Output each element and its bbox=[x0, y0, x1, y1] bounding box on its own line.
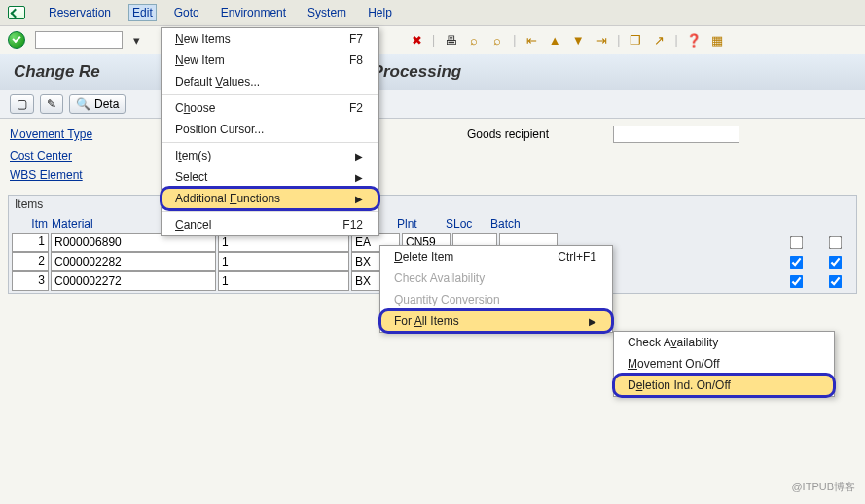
menu-new-items[interactable]: New ItemsF7 bbox=[162, 28, 378, 50]
menu-new-item[interactable]: New ItemF8 bbox=[162, 50, 378, 71]
first-page-icon[interactable]: ⇤ bbox=[522, 30, 541, 50]
cell-itm[interactable]: 1 bbox=[12, 233, 49, 252]
grid-header: Itm Material Quantity in UnE Plnt SLoc B… bbox=[11, 215, 854, 233]
menu-goto[interactable]: Goto bbox=[170, 4, 203, 21]
submenu-check-availability: Check Availability bbox=[380, 268, 612, 289]
menu-select[interactable]: Select▶ bbox=[162, 166, 378, 188]
form-area: Movement Type Goods recipient Cost Cente… bbox=[0, 119, 865, 189]
col-itm: Itm bbox=[11, 217, 52, 231]
create-button[interactable]: ▢ bbox=[10, 94, 34, 114]
menu-default-values[interactable]: Default Values... bbox=[162, 71, 378, 92]
cell-quantity[interactable]: 1 bbox=[218, 271, 349, 291]
details-button[interactable]: 🔍Deta bbox=[69, 94, 126, 114]
cell-material[interactable]: C000002272 bbox=[51, 271, 216, 291]
submenu-fai-check-availability[interactable]: Check Availability bbox=[614, 332, 834, 353]
submenu-fai-deletion-ind-onoff[interactable]: Deletion Ind. On/Off bbox=[614, 375, 834, 396]
dropdown-icon[interactable]: ▾ bbox=[126, 30, 146, 50]
row-check-2[interactable] bbox=[829, 235, 843, 249]
edit-dropdown: New ItemsF7 New ItemF8 Default Values...… bbox=[161, 27, 379, 236]
col-batch: Batch bbox=[490, 217, 549, 231]
row-check-1[interactable] bbox=[790, 255, 804, 269]
submenu-fai-movement-onoff[interactable]: Movement On/Off bbox=[614, 353, 834, 375]
menu-reservation[interactable]: Reservation bbox=[45, 4, 115, 21]
menu-cancel[interactable]: CancelF12 bbox=[162, 214, 378, 235]
cost-center-label: Cost Center bbox=[10, 149, 146, 162]
find-icon[interactable]: ⌕ bbox=[464, 30, 484, 50]
command-field[interactable] bbox=[35, 31, 123, 49]
menu-help[interactable]: Help bbox=[364, 4, 396, 21]
layout-icon[interactable]: ▦ bbox=[707, 30, 727, 50]
print-icon[interactable]: 🖶 bbox=[441, 30, 460, 50]
wbs-element-label: WBS Element bbox=[10, 168, 146, 182]
page-header: Change Rexxxxxxxxxxxxxxxxx16 : Collectiv… bbox=[0, 54, 865, 90]
menu-items[interactable]: Item(s)▶ bbox=[162, 145, 378, 166]
submenu-quantity-conversion: Quantity Conversion bbox=[380, 289, 612, 310]
enter-icon[interactable] bbox=[8, 31, 25, 49]
prev-page-icon[interactable]: ▲ bbox=[545, 30, 564, 50]
menu-edit[interactable]: Edit bbox=[128, 4, 157, 21]
menu-system[interactable]: System bbox=[304, 4, 350, 21]
help-icon[interactable]: ❓ bbox=[684, 30, 703, 50]
new-session-icon[interactable]: ❐ bbox=[626, 30, 645, 50]
menu-environment[interactable]: Environment bbox=[217, 4, 290, 21]
submenu-delete-item[interactable]: Delete ItemCtrl+F1 bbox=[380, 246, 612, 268]
menu-additional-functions[interactable]: Additional Functions▶ bbox=[162, 188, 378, 209]
page-title: Change Rexxxxxxxxxxxxxxxxx16 : Collectiv… bbox=[14, 62, 851, 82]
cell-quantity[interactable]: 1 bbox=[218, 252, 349, 271]
cell-itm[interactable]: 2 bbox=[12, 252, 49, 271]
row-check-1[interactable] bbox=[790, 235, 804, 249]
find-next-icon[interactable]: ⌕ bbox=[487, 30, 507, 50]
app-toolbar: ▢ ✎ 🔍Deta bbox=[0, 90, 865, 119]
goods-recipient-label: Goods recipient bbox=[467, 127, 603, 141]
row-check-1[interactable] bbox=[790, 274, 804, 288]
menu-choose[interactable]: ChooseF2 bbox=[162, 97, 378, 119]
for-all-items-submenu: Check Availability Movement On/Off Delet… bbox=[613, 331, 835, 397]
last-page-icon[interactable]: ⇥ bbox=[592, 30, 611, 50]
movement-type-label: Movement Type bbox=[10, 127, 146, 141]
goods-recipient-input[interactable] bbox=[613, 126, 739, 143]
cancel-icon[interactable]: ✖ bbox=[407, 30, 426, 50]
shortcut-icon[interactable]: ↗ bbox=[649, 30, 668, 50]
col-plnt: Plnt bbox=[397, 217, 446, 231]
menu-position-cursor[interactable]: Position Cursor... bbox=[162, 119, 378, 140]
col-sloc: SLoc bbox=[446, 217, 490, 231]
menu-bar: Reservation Edit Goto Environment System… bbox=[0, 0, 865, 26]
cell-material[interactable]: C000002282 bbox=[51, 252, 216, 271]
change-button[interactable]: ✎ bbox=[40, 94, 63, 114]
items-panel-title: Items bbox=[9, 196, 856, 213]
additional-functions-submenu: Delete ItemCtrl+F1 Check Availability Qu… bbox=[379, 245, 613, 333]
row-check-2[interactable] bbox=[829, 255, 843, 269]
submenu-for-all-items[interactable]: For All Items▶ bbox=[380, 310, 612, 332]
watermark: @ITPUB博客 bbox=[791, 480, 855, 494]
next-page-icon[interactable]: ▼ bbox=[568, 30, 588, 50]
cell-itm[interactable]: 3 bbox=[12, 271, 49, 291]
standard-toolbar: ▾ ✖ | 🖶 ⌕ ⌕ | ⇤ ▲ ▼ ⇥ | ❐ ↗ | ❓ ▦ bbox=[0, 26, 865, 54]
row-check-2[interactable] bbox=[829, 274, 843, 288]
back-icon[interactable] bbox=[8, 6, 25, 19]
